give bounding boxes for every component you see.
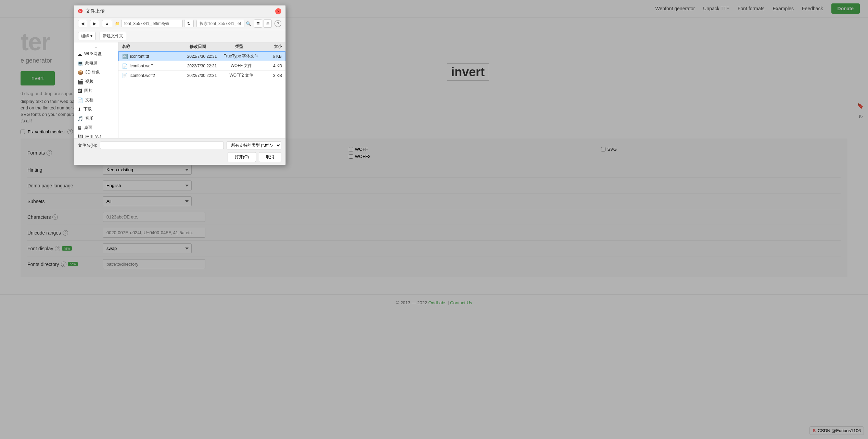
sidebar-item-music-label: 音乐 [85,116,93,121]
sidebar-item-pictures-label: 图片 [84,88,92,94]
sidebar-item-docs[interactable]: 📄 文档 [74,95,118,105]
file-name-0: iconfont.ttf [130,54,182,59]
file-name-2: iconfont.woff2 [130,73,182,78]
file-type-1: WOFF 文件 [222,63,261,69]
sidebar-item-desktop[interactable]: 🖥 桌面 [74,123,118,132]
search-input[interactable] [196,20,244,27]
new-folder-button[interactable]: 新建文件夹 [100,32,126,40]
filename-label: 文件名(N): [78,143,97,148]
path-bar: 📁 font_3557841_jeffm9tyih ↻ [115,20,194,27]
file-date-2: 2022/7/30 22:31 [182,73,221,78]
file-date-1: 2022/7/30 22:31 [182,64,221,68]
file-size-2: 3 KB [261,73,282,78]
this-pc-icon: 💻 [77,61,83,66]
sidebar-item-downloads[interactable]: ⬇ 下载 [74,105,118,114]
cancel-button[interactable]: 取消 [259,152,281,162]
music-icon: 🎵 [77,116,83,121]
wps-icon: 🅦 [78,9,83,14]
path-prefix: 📁 [115,22,120,26]
sidebar-item-pictures[interactable]: 🖼 图片 [74,86,118,95]
file-date-0: 2022/7/30 22:31 [182,54,222,59]
file-list-area: 名称 修改日期 类型 大小 🔤 iconfont.ttf 2022/7/30 2… [118,42,285,138]
video-icon: 🎬 [77,79,83,84]
col-name-header: 名称 [122,44,177,50]
filetype-select[interactable]: 所有支持的类型 (*.ttf,*.otf,*.w... [227,141,281,149]
sidebar-item-music[interactable]: 🎵 音乐 [74,114,118,123]
dialog-title-bar: 🅦 文件上传 ✕ [74,5,285,17]
file-size-1: 4 KB [261,64,282,68]
sidebar-item-docs-label: 文档 [85,97,93,103]
dialog-close-button[interactable]: ✕ [275,8,281,14]
sidebar-item-desktop-label: 桌面 [84,125,92,131]
file-upload-dialog: 🅦 文件上传 ✕ ◀ ▶ ▲ 📁 font_3557841_jeffm9tyih… [74,5,286,165]
path-box[interactable]: font_3557841_jeffm9tyih [121,20,183,27]
dialog-action-buttons: 打开(O) 取消 [78,152,281,162]
sidebar-item-this-pc[interactable]: 💻 此电脑 [74,58,118,68]
sidebar-item-this-pc-label: 此电脑 [85,60,98,66]
table-row[interactable]: 📄 iconfont.woff 2022/7/30 22:31 WOFF 文件 … [118,61,285,71]
downloads-icon: ⬇ [77,107,81,112]
file-type-2: WOFF2 文件 [222,72,261,78]
view-icons: ☰ ⊞ [254,19,272,28]
back-button[interactable]: ◀ [78,20,87,27]
sidebar-item-video[interactable]: 🎬 视频 [74,77,118,86]
dialog-body: ▲ ☁ WPS网盘 💻 此电脑 📦 3D 对象 🎬 视频 [74,42,285,138]
help-icon[interactable]: ? [275,20,281,27]
table-row[interactable]: 🔤 iconfont.ttf 2022/7/30 22:31 TrueType … [118,51,285,61]
sidebar-item-3d[interactable]: 📦 3D 对象 [74,68,118,77]
docs-icon: 📄 [77,97,83,103]
ttf-file-icon: 🔤 [122,54,128,59]
sidebar-item-drive-a[interactable]: 💾 应用 (A:) [74,132,118,138]
col-date-header: 修改日期 [177,44,218,50]
dialog-toolbar: ◀ ▶ ▲ 📁 font_3557841_jeffm9tyih ↻ 🔍 ☰ ⊞ … [74,17,285,30]
col-size-header: 大小 [260,44,282,50]
sidebar-item-drive-a-label: 应用 (A:) [85,134,101,138]
table-row[interactable]: 📄 iconfont.woff2 2022/7/30 22:31 WOFF2 文… [118,71,285,80]
refresh-path-button[interactable]: ↻ [184,20,194,27]
sidebar-item-downloads-label: 下载 [84,106,92,112]
up-button[interactable]: ▲ [102,20,112,27]
sidebar-item-video-label: 视频 [85,79,93,84]
sidebar-item-wps[interactable]: ☁ WPS网盘 [74,49,118,58]
sidebar-item-3d-label: 3D 对象 [85,69,100,75]
scroll-up-btn[interactable]: ▲ [74,45,118,49]
forward-button[interactable]: ▶ [90,20,99,27]
dialog-title-text: 文件上传 [86,8,105,14]
organize-button[interactable]: 组织 ▾ [78,32,95,40]
desktop-icon: 🖥 [77,125,82,131]
sidebar-item-wps-label: WPS网盘 [84,51,102,57]
col-type-header: 类型 [218,44,260,50]
grid-view-button[interactable]: ⊞ [264,19,272,28]
dialog-title: 🅦 文件上传 [78,8,105,14]
filename-row: 文件名(N): 所有支持的类型 (*.ttf,*.otf,*.w... [78,141,281,149]
file-name-1: iconfont.woff [130,64,182,68]
pictures-icon: 🖼 [77,88,82,94]
filename-input[interactable] [100,142,224,149]
file-size-0: 6 KB [261,54,282,59]
list-view-button[interactable]: ☰ [254,19,262,28]
file-type-0: TrueType 字体文件 [221,53,261,59]
dialog-overlay[interactable]: 🅦 文件上传 ✕ ◀ ▶ ▲ 📁 font_3557841_jeffm9tyih… [0,0,868,439]
woff-file-icon: 📄 [122,63,128,69]
3d-icon: 📦 [77,70,83,75]
sidebar-panel: ▲ ☁ WPS网盘 💻 此电脑 📦 3D 对象 🎬 视频 [74,42,118,138]
wps-drive-icon: ☁ [77,51,82,57]
file-list-header: 名称 修改日期 类型 大小 [118,42,285,51]
woff2-file-icon: 📄 [122,73,128,78]
search-icon[interactable]: 🔍 [246,21,251,26]
search-box: 🔍 [196,20,251,27]
open-button[interactable]: 打开(O) [228,152,256,162]
dialog-footer: 文件名(N): 所有支持的类型 (*.ttf,*.otf,*.w... 打开(O… [74,138,285,165]
secondary-toolbar: 组织 ▾ 新建文件夹 [74,30,285,42]
drive-a-icon: 💾 [77,134,83,138]
